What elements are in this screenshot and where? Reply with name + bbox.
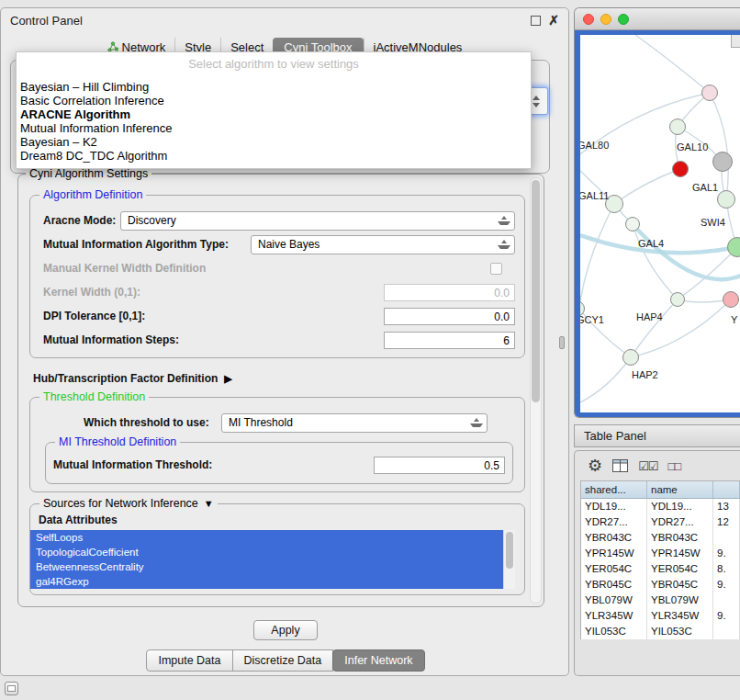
algorithm-option[interactable]: Dream8 DC_TDC Algorithm — [17, 149, 531, 163]
close-icon[interactable]: ✗ — [548, 14, 559, 27]
control-panel-title: Control Panel — [10, 14, 83, 28]
apply-row: Apply — [1, 620, 570, 640]
network-node[interactable] — [625, 217, 640, 231]
window-controls: ✗ — [531, 14, 559, 27]
manual-kernel-row: Manual Kernel Width Definition — [43, 256, 515, 280]
algorithm-option[interactable]: Basic Correlation Inference — [17, 94, 531, 107]
algorithm-popup-placeholder: Select algorithm to view settings — [17, 52, 531, 80]
network-edge[interactable] — [631, 299, 731, 357]
hub-definition-toggle[interactable]: Hub/Transcription Factor Definition ▶ — [33, 369, 525, 388]
settings-scrollbar[interactable] — [530, 177, 542, 604]
tab-impute-data[interactable]: Impute Data — [146, 649, 232, 672]
deselect-all-icon[interactable]: □□ — [667, 459, 680, 473]
zoom-traffic-light[interactable] — [618, 14, 629, 25]
algorithm-popup-items: Bayesian – Hill ClimbingBasic Correlatio… — [17, 80, 531, 163]
network-node[interactable] — [622, 349, 639, 366]
dpi-tolerance-field[interactable]: 0.0 — [384, 308, 515, 325]
node-label: GCY1 — [580, 314, 604, 325]
collapsed-arrow-icon: ▶ — [224, 374, 231, 384]
minimize-traffic-light[interactable] — [600, 14, 611, 25]
algorithm-option[interactable]: Bayesian – Hill Climbing — [17, 80, 531, 94]
table-row[interactable]: YBR045CYBR045C9. — [581, 577, 740, 593]
table-cell — [713, 593, 740, 608]
table-row[interactable]: YDL19...YDL19...13 — [581, 499, 740, 514]
attributes-scroll-thumb[interactable] — [506, 532, 513, 569]
attribute-item[interactable]: BetweennessCentrality — [30, 559, 503, 574]
combo-arrows-icon — [498, 216, 510, 225]
canvas-scrollbar[interactable] — [731, 35, 740, 48]
column-header[interactable]: name — [647, 481, 713, 498]
network-node[interactable] — [712, 152, 733, 172]
tab-discretize-data[interactable]: Discretize Data — [232, 649, 334, 672]
control-panel-titlebar[interactable]: Control Panel ✗ — [1, 8, 568, 32]
which-threshold-select[interactable]: MI Threshold — [221, 413, 488, 433]
table-row[interactable]: YPR145WYPR145W9. — [581, 546, 740, 561]
node-label: HAP4 — [636, 311, 663, 322]
table-cell: YPR145W — [581, 546, 647, 561]
network-canvas[interactable]: GAL80GAL10GAL11GAL1SWI4GAL4GCY1HAP4HAP2Y — [580, 35, 740, 412]
mi-steps-field[interactable]: 6 — [384, 332, 515, 349]
network-node[interactable] — [672, 161, 689, 177]
node-label: GAL4 — [638, 238, 664, 249]
network-node[interactable] — [669, 119, 686, 135]
network-node[interactable] — [723, 291, 739, 308]
bottom-tabs: Impute Data Discretize Data Infer Networ… — [1, 649, 570, 672]
settings-scroll-thumb[interactable] — [532, 180, 540, 402]
dpi-tolerance-label: DPI Tolerance [0,1]: — [43, 310, 145, 322]
kernel-width-field[interactable]: 0.0 — [384, 284, 515, 301]
network-node[interactable] — [717, 190, 735, 209]
attribute-item[interactable]: TopologicalCoefficient — [30, 545, 503, 559]
network-node[interactable] — [670, 292, 685, 307]
network-edge[interactable] — [635, 35, 710, 93]
attribute-item[interactable]: SelfLoops — [30, 530, 503, 545]
select-all-icon[interactable]: ☑☑ — [638, 459, 657, 473]
attribute-item[interactable]: gal4RGexp — [30, 574, 503, 589]
table-cell: YBL079W — [581, 593, 647, 608]
table-row[interactable]: YBL079WYBL079W — [581, 593, 740, 608]
attributes-scrollbar[interactable] — [503, 530, 515, 589]
network-edge[interactable] — [614, 169, 680, 204]
float-window-icon[interactable] — [531, 16, 541, 26]
manual-kernel-label: Manual Kernel Width Definition — [43, 262, 206, 275]
table-row[interactable]: YDR27...YDR27...12 — [581, 514, 740, 530]
algorithm-definition-title: Algorithm Definition — [39, 188, 146, 201]
table-cell: YBR043C — [647, 530, 713, 546]
close-traffic-light[interactable] — [583, 14, 594, 25]
sources-group-title[interactable]: Sources for Network Inference ▼ — [39, 497, 218, 510]
node-label: GAL1 — [692, 182, 718, 193]
manual-kernel-checkbox[interactable] — [490, 263, 502, 275]
table-cell: 8. — [713, 561, 740, 577]
minimized-panel-icon[interactable] — [5, 682, 18, 695]
network-window-titlebar[interactable] — [575, 8, 740, 30]
algorithm-option[interactable]: ARACNE Algorithm — [17, 107, 531, 121]
gear-icon[interactable]: ⚙ — [588, 457, 602, 474]
column-header[interactable] — [713, 481, 740, 498]
table-cell: YBR045C — [647, 577, 713, 593]
node-label: SWI4 — [701, 217, 725, 228]
apply-button[interactable]: Apply — [253, 620, 317, 640]
column-header[interactable]: shared... — [581, 481, 647, 498]
mi-threshold-definition-group: MI Threshold Definition Mutual Informati… — [45, 442, 513, 484]
network-edge[interactable] — [580, 204, 614, 301]
table-row[interactable]: YER054CYER054C8. — [581, 561, 740, 577]
network-edge[interactable] — [580, 357, 631, 402]
tab-infer-network[interactable]: Infer Network — [332, 649, 424, 672]
mi-threshold-field[interactable]: 0.5 — [374, 457, 505, 474]
algorithm-option[interactable]: Mutual Information Inference — [17, 121, 531, 135]
table-row[interactable]: YBR043CYBR043C — [581, 530, 740, 546]
table-row[interactable]: YLR345WYLR345W9. — [581, 608, 740, 624]
columns-icon[interactable] — [612, 459, 628, 472]
sources-title-text: Sources for Network Inference — [43, 497, 198, 510]
table-panel-titlebar[interactable]: Table Panel — [574, 424, 740, 447]
panel-splitter-handle[interactable] — [559, 336, 565, 349]
table-panel: ⚙ ☑☑ □□ shared...name YDL19...YDL19...13… — [574, 450, 740, 676]
algorithm-option[interactable]: Bayesian – K2 — [17, 135, 531, 149]
aracne-mode-select[interactable]: Discovery — [120, 211, 515, 231]
which-threshold-row: Which threshold to use: MI Threshold — [43, 411, 515, 435]
network-node[interactable] — [701, 85, 718, 101]
table-row[interactable]: YIL053CYIL053C — [581, 624, 740, 639]
mi-type-select[interactable]: Naive Bayes — [251, 235, 515, 254]
table-cell — [713, 624, 740, 639]
network-edge[interactable] — [631, 299, 678, 357]
table-cell: 9. — [713, 577, 740, 593]
